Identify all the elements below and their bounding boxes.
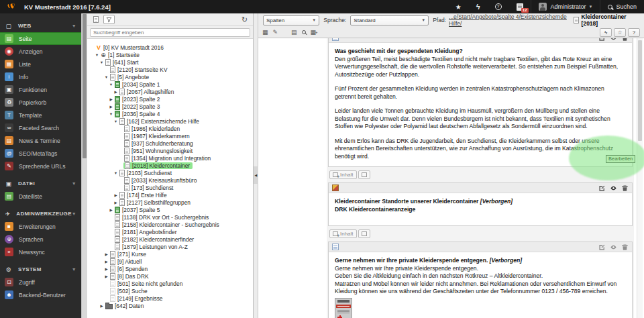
- tree-node-2023-spalte-2[interactable]: ▶[2023] Spalte 2: [87, 95, 253, 103]
- delete-icon[interactable]: [621, 38, 629, 42]
- collapse-icon[interactable]: ▼: [113, 119, 119, 123]
- tree-node-2158-kleidercontainer-suchergebnis[interactable]: [2158] Kleidercontainer - Suchergebnis: [87, 221, 253, 228]
- user-menu-button[interactable]: Administrator ▼: [531, 0, 600, 13]
- content-element-plugin[interactable]: Kleidercontainer Standorte unserer Kleid…: [328, 182, 633, 226]
- expand-icon[interactable]: ▶: [108, 97, 114, 101]
- expand-icon[interactable]: ▶: [99, 304, 105, 308]
- tree-node-173-suchdienst[interactable]: [173] Suchdienst: [87, 184, 253, 191]
- view-page-button[interactable]: ▦: [262, 29, 268, 36]
- shortcut-button[interactable]: ☆: [614, 28, 626, 37]
- visibility-toggle-icon[interactable]: [610, 244, 617, 251]
- module-sprachen[interactable]: ⊕Sprachen: [0, 233, 81, 246]
- paste-content-button[interactable]: [358, 170, 370, 179]
- tree-node-641-start[interactable]: ▼[641] Start: [87, 58, 253, 66]
- tree-node-2034-spalte-1[interactable]: ▼[2034] Spalte 1: [87, 81, 253, 88]
- module-liste[interactable]: ▦Liste: [0, 58, 81, 70]
- tree-node-0-kv-musterstadt-2016[interactable]: V[0] KV Musterstadt 2016: [87, 44, 253, 51]
- help-menu-button[interactable]: ?: [488, 0, 509, 13]
- module-newssync[interactable]: »Newssync: [0, 246, 81, 258]
- splitter-collapse-handle[interactable]: ◀: [254, 166, 258, 184]
- csh-help-button[interactable]: ?: [628, 28, 640, 37]
- edit-icon[interactable]: [598, 244, 606, 251]
- tree-node-2182-kleidercontainerfinder[interactable]: [2182] Kleidercontainerfinder: [87, 235, 253, 243]
- content-element-textpic[interactable]: Gerne nehmen wir Ihre private Kleiderspe…: [328, 242, 633, 318]
- delete-icon[interactable]: [621, 244, 629, 251]
- collapse-icon[interactable]: ▼: [108, 83, 114, 87]
- search-record-button[interactable]: [302, 30, 306, 34]
- tree-node-162-existenzsichernde-hilfe[interactable]: ▼[162] Existenzsichernde Hilfe: [87, 117, 253, 125]
- tree-node-2022-spalte-3[interactable]: ▶[2022] Spalte 3: [87, 103, 253, 110]
- visibility-toggle-icon[interactable]: [610, 38, 617, 42]
- tree-content-splitter[interactable]: ◀: [254, 13, 258, 318]
- search-button[interactable]: Suchen: [600, 0, 644, 13]
- tree-node-1-startseite[interactable]: ▼⊕[1] Startseite: [87, 51, 253, 58]
- tree-node-642-daten[interactable]: ▶[642] Daten: [87, 302, 253, 309]
- expand-icon[interactable]: ▶: [103, 252, 109, 256]
- language-select[interactable]: Standard▼: [350, 15, 429, 25]
- module-sprechende-urls[interactable]: ✎Sprechende URLs: [0, 160, 81, 172]
- edit-page-properties-button[interactable]: ✎: [273, 29, 278, 36]
- tree-node-6-spenden[interactable]: ▶[6] Spenden: [87, 265, 253, 272]
- expand-icon[interactable]: ▶: [113, 193, 119, 197]
- expand-icon[interactable]: ▶: [108, 208, 114, 212]
- module-dateiliste[interactable]: ▤Dateiliste: [0, 190, 81, 203]
- module-news-termine[interactable]: ▤News & Termine: [0, 134, 81, 147]
- module-backend-benutzer[interactable]: ☻Backend-Benutzer: [0, 288, 81, 301]
- tree-node-2018-kleidercontainer[interactable]: [2018] Kleidercontainer: [87, 162, 253, 169]
- tree-node-174-erste-hilfe[interactable]: ▶[174] Erste Hilfe: [87, 191, 253, 199]
- module-faceted-search[interactable]: ∞Faceted Search: [0, 121, 81, 134]
- module-info[interactable]: iInfo: [0, 70, 81, 83]
- collapse-icon[interactable]: ▼: [94, 53, 100, 57]
- tree-node-2149-ergebnisse[interactable]: [2149] Ergebnisse: [87, 295, 253, 302]
- module-anzeigen[interactable]: ◉Anzeigen: [0, 45, 81, 58]
- module-seite[interactable]: ▤Seite: [0, 32, 81, 45]
- expand-icon[interactable]: ▶: [103, 260, 109, 264]
- bookmark-button[interactable]: ★: [448, 0, 469, 13]
- tree-filter-input[interactable]: [90, 28, 250, 37]
- tree-node-2036-spalte-4[interactable]: ▼[2036] Spalte 4: [87, 110, 253, 117]
- columns-select[interactable]: Spalten▼: [263, 15, 319, 25]
- tree-node-2127-selbsthilfegruppen[interactable]: ▶[2127] Selbsthilfegruppen: [87, 199, 253, 206]
- module-group-system[interactable]: ⚙SYSTEM▼: [0, 263, 81, 276]
- collapse-icon[interactable]: ▼: [99, 60, 105, 64]
- new-page-button[interactable]: [90, 15, 101, 24]
- tree-node-951-wohnungslosigkeit[interactable]: [951] Wohnungslosigkeit: [87, 147, 253, 154]
- tree-node-271-kurse[interactable]: ▶[271] Kurse: [87, 250, 253, 258]
- module-papierkorb[interactable]: ♻Papierkorb: [0, 96, 81, 109]
- visibility-toggle-icon[interactable]: [610, 184, 617, 192]
- module-menu-scrollbar[interactable]: [81, 13, 87, 318]
- tree-node-5-angebote[interactable]: ▼[5] Angebote: [87, 73, 253, 81]
- expand-icon[interactable]: ▶: [113, 201, 119, 205]
- tree-node-1986-kleiderl-den[interactable]: [1986] Kleiderläden: [87, 125, 253, 132]
- tree-node-1987-kleiderkammern[interactable]: [1987] Kleiderkammern: [87, 132, 253, 140]
- tree-node-8-das-drk[interactable]: ▶[8] Das DRK: [87, 272, 253, 280]
- clear-cache-button[interactable]: ϟ: [469, 0, 488, 13]
- edit-icon[interactable]: [598, 38, 606, 42]
- tree-node-937-schuldnerberatung[interactable]: [937] Schuldnerberatung: [87, 140, 253, 147]
- tree-node-9-aktuell[interactable]: ▶[9] Aktuell: [87, 258, 253, 265]
- tree-node-2033-kreisauskunftsb-ro[interactable]: [2033] Kreisauskunftsbüro: [87, 176, 253, 184]
- add-content-button[interactable]: Inhalt: [329, 229, 357, 238]
- expand-icon[interactable]: ▶: [103, 274, 109, 278]
- module-funktionen[interactable]: ▣Funktionen: [0, 83, 81, 96]
- expand-icon[interactable]: ▶: [103, 267, 109, 271]
- opendocs-button[interactable]: 12: [509, 0, 531, 13]
- module-group-adminwerkzeuge[interactable]: ✈ADMINWERKZEUGE▼: [0, 207, 81, 220]
- collapse-icon[interactable]: ▼: [103, 75, 109, 79]
- filter-button[interactable]: [103, 15, 115, 24]
- tree-node-2103-suchdienst[interactable]: ▼[2103] Suchdienst: [87, 169, 253, 176]
- new-record-button[interactable]: ▦+: [311, 29, 318, 36]
- tree-node-1354-migration-und-integration[interactable]: [1354] Migration und Integration: [87, 154, 253, 162]
- page-info-button[interactable]: ▤: [291, 29, 297, 36]
- module-group-web[interactable]: ▢WEB▼: [0, 19, 81, 32]
- tree-node-501-seite-nicht-gefunden[interactable]: [501] Seite nicht gefunden: [87, 280, 253, 287]
- cache-button[interactable]: ϟ: [600, 28, 612, 37]
- module-template[interactable]: TTemplate: [0, 109, 81, 121]
- delete-icon[interactable]: [621, 184, 629, 192]
- tree-node-2037-spalte-5[interactable]: ▶[2037] Spalte 5: [87, 206, 253, 213]
- collapse-icon[interactable]: ▼: [113, 171, 119, 175]
- refresh-tree-button[interactable]: ↻: [239, 15, 250, 24]
- module-zugriff[interactable]: ⊡Zugriff: [0, 276, 81, 288]
- tree-node-1138-drk-vor-ort-suchergebnis[interactable]: [1138] DRK vor Ort - Suchergebnis: [87, 213, 253, 221]
- tree-node-2067-alltagshilfen[interactable]: ▶[2067] Alltagshilfen: [87, 88, 253, 95]
